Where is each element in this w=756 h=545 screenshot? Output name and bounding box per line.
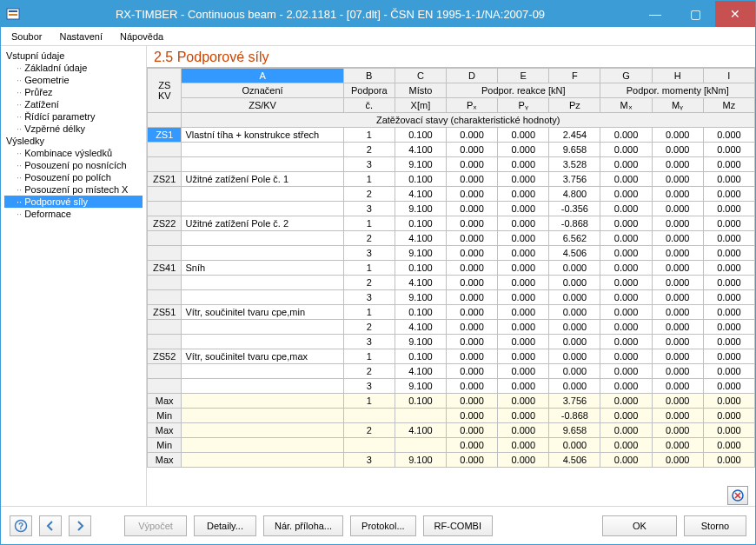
cell[interactable]: 0.000 — [652, 364, 703, 379]
cell[interactable]: 0.000 — [652, 438, 703, 453]
cell[interactable]: 0.000 — [703, 409, 754, 423]
cell[interactable]: -0.868 — [549, 216, 600, 231]
cell[interactable]: 0.000 — [549, 379, 600, 394]
nav-item-prurez[interactable]: ·· Průřez — [4, 86, 143, 98]
cell[interactable]: 0.000 — [652, 276, 703, 290]
col-d[interactable]: D — [447, 69, 498, 83]
cell[interactable]: 0.000 — [652, 246, 703, 261]
cell[interactable]: 2 — [343, 320, 395, 335]
cell[interactable] — [182, 438, 343, 453]
ok-button[interactable]: OK — [602, 515, 677, 536]
cell[interactable]: 2 — [343, 231, 395, 246]
cell[interactable]: 0.000 — [600, 172, 652, 187]
cell[interactable]: 4.100 — [395, 364, 446, 379]
cell[interactable]: 0.000 — [600, 202, 652, 216]
cell[interactable]: 0.000 — [447, 128, 498, 143]
cell[interactable]: 0.000 — [703, 438, 754, 453]
cell[interactable]: 0.000 — [549, 305, 600, 320]
row-header[interactable] — [148, 231, 182, 246]
cell[interactable]: 0.000 — [652, 349, 703, 364]
row-header[interactable]: ZS22 — [148, 216, 182, 231]
cell[interactable]: 0.000 — [447, 187, 498, 202]
table-row[interactable]: ZS51Vítr, součinitel tvaru cpe,min10.100… — [148, 305, 755, 320]
cell[interactable]: 0.000 — [703, 128, 754, 143]
table-row[interactable]: Max10.1000.0000.0003.7560.0000.0000.000 — [148, 394, 755, 409]
menu-soubor[interactable]: Soubor — [4, 30, 49, 43]
row-header[interactable] — [148, 379, 182, 394]
cell[interactable]: 0.000 — [600, 409, 652, 423]
cell[interactable]: 0.000 — [600, 157, 652, 172]
cell[interactable]: 0.000 — [652, 231, 703, 246]
prev-page-button[interactable] — [39, 515, 62, 536]
cell[interactable]: 2 — [343, 423, 395, 438]
cell[interactable]: 0.000 — [498, 379, 549, 394]
cell[interactable]: 0.000 — [703, 453, 754, 468]
cell[interactable]: 3 — [343, 453, 395, 468]
cell[interactable] — [182, 409, 343, 423]
row-header[interactable] — [148, 290, 182, 305]
cell[interactable]: 0.000 — [498, 231, 549, 246]
cell[interactable]: Vítr, součinitel tvaru cpe,max — [182, 349, 343, 364]
cell[interactable] — [182, 335, 343, 349]
cell[interactable] — [182, 394, 343, 409]
cell[interactable]: 0.000 — [652, 394, 703, 409]
cell[interactable]: 0.000 — [703, 143, 754, 157]
row-header[interactable] — [148, 246, 182, 261]
cell[interactable]: 0.000 — [600, 290, 652, 305]
cell[interactable]: 0.000 — [498, 128, 549, 143]
cell[interactable]: 4.100 — [395, 320, 446, 335]
nav-tree[interactable]: Vstupní údaje ·· Základní údaje ·· Geome… — [1, 46, 147, 506]
cell[interactable]: 0.000 — [498, 453, 549, 468]
cell[interactable]: 3 — [343, 246, 395, 261]
row-header[interactable] — [148, 143, 182, 157]
cell[interactable]: 4.506 — [549, 453, 600, 468]
cell[interactable]: Vítr, součinitel tvaru cpe,min — [182, 305, 343, 320]
cell[interactable]: 0.000 — [703, 379, 754, 394]
row-header[interactable]: Max — [148, 453, 182, 468]
cell[interactable]: 0.000 — [498, 216, 549, 231]
cell[interactable] — [182, 364, 343, 379]
cell[interactable]: 0.000 — [600, 231, 652, 246]
table-row[interactable]: 39.1000.0000.0003.5280.0000.0000.000 — [148, 157, 755, 172]
cell[interactable]: 0.000 — [652, 409, 703, 423]
row-header[interactable]: Max — [148, 394, 182, 409]
cell[interactable]: 4.100 — [395, 423, 446, 438]
cell[interactable]: 0.000 — [703, 246, 754, 261]
cell[interactable]: 0.000 — [600, 379, 652, 394]
rfcombi-button[interactable]: RF-COMBI — [423, 515, 493, 536]
nav-item-vzperne[interactable]: ·· Vzpěrné délky — [4, 123, 143, 135]
cell[interactable]: 0.000 — [600, 364, 652, 379]
cell[interactable]: 0.000 — [652, 157, 703, 172]
cell[interactable]: 0.000 — [600, 305, 652, 320]
row-header[interactable] — [148, 320, 182, 335]
cell[interactable]: 0.000 — [703, 276, 754, 290]
cell[interactable]: 3 — [343, 202, 395, 216]
minimize-button[interactable]: — — [635, 1, 675, 27]
cell[interactable] — [182, 157, 343, 172]
cell[interactable]: 0.000 — [447, 453, 498, 468]
cell[interactable]: Užitné zatížení Pole č. 1 — [182, 172, 343, 187]
cell[interactable]: 0.000 — [652, 187, 703, 202]
cell[interactable]: 3.756 — [549, 394, 600, 409]
cell[interactable]: 0.000 — [498, 320, 549, 335]
nav-item-zakladni[interactable]: ·· Základní údaje — [4, 62, 143, 74]
cell[interactable]: 0.000 — [447, 335, 498, 349]
row-header[interactable]: Min — [148, 438, 182, 453]
row-header[interactable] — [148, 202, 182, 216]
cell[interactable]: 2 — [343, 276, 395, 290]
results-table[interactable]: ZSKV A B C D E F G H I Označení — [147, 67, 755, 485]
row-header[interactable]: ZS52 — [148, 349, 182, 364]
cell[interactable]: 0.000 — [549, 438, 600, 453]
table-row[interactable]: Max24.1000.0000.0009.6580.0000.0000.000 — [148, 423, 755, 438]
cell[interactable]: 0.000 — [498, 246, 549, 261]
cell[interactable]: 3 — [343, 335, 395, 349]
cell[interactable]: 2 — [343, 364, 395, 379]
cell[interactable]: 0.000 — [703, 394, 754, 409]
cell[interactable]: 0.000 — [498, 290, 549, 305]
cell[interactable]: 1 — [343, 172, 395, 187]
table-row[interactable]: 39.1000.0000.0000.0000.0000.0000.000 — [148, 290, 755, 305]
cell[interactable]: 3.756 — [549, 172, 600, 187]
cell[interactable]: 0.000 — [447, 202, 498, 216]
menu-napoveda[interactable]: Nápověda — [113, 30, 170, 43]
table-row[interactable]: ZS52Vítr, součinitel tvaru cpe,max10.100… — [148, 349, 755, 364]
